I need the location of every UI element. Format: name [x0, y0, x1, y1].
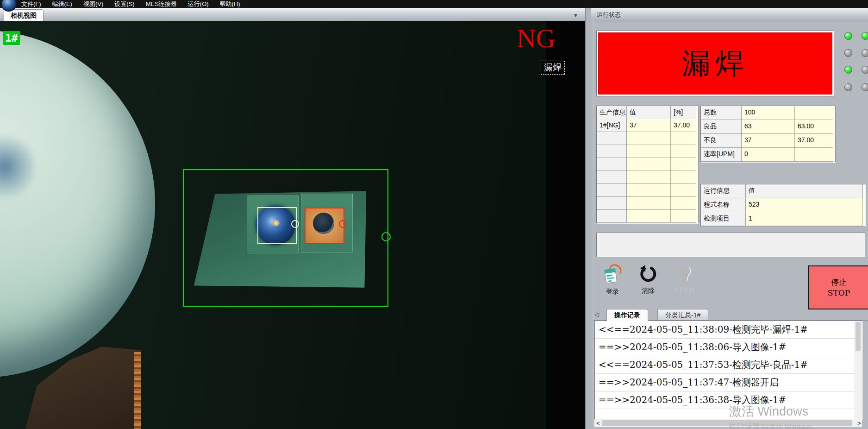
- table-row: [597, 171, 627, 184]
- log-entry[interactable]: <<==2024-05-05_11:38:09-检测完毕-漏焊-1#: [595, 321, 862, 339]
- stat-pct: [795, 148, 833, 162]
- camera-view-panel: 1# NG 漏焊: [0, 21, 585, 429]
- stat-label: 不良: [701, 134, 742, 148]
- scroll-left-icon[interactable]: <: [596, 419, 600, 427]
- station-badge: 1#: [3, 31, 20, 45]
- table-cell: [627, 132, 671, 145]
- log-tab-strip: 操作记录 分类汇总-1#: [593, 308, 868, 321]
- result-ng-text: NG: [517, 25, 556, 52]
- status-led-1-right: [862, 32, 868, 40]
- defect-tag-chip: 漏焊: [541, 61, 565, 75]
- menu-help[interactable]: 帮助(H): [214, 0, 246, 8]
- stats-table: 总数 100 良品 63 63.00 不良 37 37.00 速率[UPM] 0: [700, 106, 836, 162]
- stat-value: 0: [742, 148, 795, 162]
- table-row: [597, 184, 627, 197]
- stat-value: 37: [742, 134, 795, 148]
- stop-label-cn: 停止: [831, 277, 847, 288]
- log-vertical-scrollbar-thumb[interactable]: [856, 322, 861, 351]
- stop-button[interactable]: 停止 STOP: [808, 265, 868, 309]
- table-cell: [627, 210, 671, 223]
- menu-file[interactable]: 文件(F): [16, 0, 47, 8]
- table-cell: [627, 158, 671, 171]
- status-led-3-left: [844, 66, 852, 74]
- menu-edit[interactable]: 编辑(E): [47, 0, 78, 8]
- table-cell: [627, 197, 671, 210]
- tab-operation-log[interactable]: 操作记录: [606, 309, 648, 321]
- status-led-4-right: [862, 83, 868, 91]
- col-header: 值: [746, 184, 863, 198]
- status-led-2-right: [862, 49, 868, 57]
- table-cell: 37: [627, 119, 671, 132]
- table-cell: [671, 132, 696, 145]
- menu-bar: 文件(F) 编辑(E) 视图(V) 设置(S) MES连接器 运行(O) 帮助(…: [0, 0, 868, 8]
- roi-notch-red-icon: [339, 220, 347, 228]
- stat-pct: 63.00: [795, 120, 833, 134]
- table-row: [597, 210, 627, 223]
- log-entry[interactable]: <<==2024-05-05_11:37:53-检测完毕-良品-1#: [595, 356, 862, 374]
- stat-label: 良品: [701, 120, 742, 134]
- roi-rectangle-green: [183, 169, 388, 307]
- menu-settings[interactable]: 设置(S): [109, 0, 140, 8]
- stat-value: 63: [742, 120, 795, 134]
- log-entry[interactable]: ==>>2024-05-05_11:37:47-检测器开启: [595, 374, 862, 391]
- roi-notch-white-icon: [291, 220, 299, 228]
- table-cell: [671, 197, 696, 210]
- clear-label: 清除: [642, 287, 655, 295]
- panel-splitter[interactable]: [585, 8, 592, 429]
- production-info-table: 生产信息 值 [%] 1#[NG] 37 37.00: [596, 106, 699, 223]
- led-label: LED 灯: [675, 287, 695, 295]
- table-cell: [627, 171, 671, 184]
- scroll-right-icon[interactable]: >: [857, 419, 861, 427]
- roi-notch-green-icon: [381, 232, 391, 241]
- chevron-down-icon[interactable]: ▼: [573, 13, 578, 18]
- camera-lens-bokeh-disc: [0, 30, 155, 378]
- stat-value: 100: [742, 106, 795, 120]
- table-cell: [627, 145, 671, 158]
- col-header: 运行信息: [701, 184, 746, 198]
- log-entry[interactable]: ==>>2024-05-05_11:36:38-导入图像-1#: [595, 391, 862, 409]
- menu-view[interactable]: 视图(V): [78, 0, 109, 8]
- table-cell: 37.00: [671, 119, 696, 132]
- aoi-inspection-app: { "window": { "menu_items": ["文件(F)", "编…: [0, 0, 868, 429]
- tab-classification-summary[interactable]: 分类汇总-1#: [657, 309, 708, 321]
- table-cell: [671, 145, 696, 158]
- run-info-label: 程式名称: [701, 198, 746, 212]
- defect-result-text: 漏焊: [682, 44, 749, 83]
- stop-label-en: STOP: [828, 288, 850, 298]
- operation-log-list: <<==2024-05-05_11:38:09-检测完毕-漏焊-1# ==>>2…: [594, 321, 863, 420]
- message-box: [596, 233, 865, 257]
- menu-mes-connector[interactable]: MES连接器: [140, 0, 182, 8]
- status-led-1-left: [844, 32, 852, 40]
- clear-button[interactable]: 清除: [636, 265, 660, 295]
- table-cell: [627, 184, 671, 197]
- table-cell: [671, 184, 696, 197]
- stat-label: 总数: [701, 106, 742, 120]
- table-row: [597, 197, 627, 210]
- table-cell: [671, 210, 696, 223]
- windows-activation-watermark-line2: 转到"设置"以激活 Windows。: [729, 423, 820, 429]
- table-row: [597, 158, 627, 171]
- table-cell: [671, 171, 696, 184]
- defect-result-banner: 漏焊: [596, 31, 834, 96]
- led-light-button[interactable]: LED 灯: [671, 264, 699, 295]
- status-panel-header: [591, 8, 868, 21]
- login-button[interactable]: 登录: [600, 263, 624, 296]
- run-info-table: 运行信息 值 程式名称 523 检测项目 1: [700, 184, 865, 227]
- status-led-2-left: [844, 49, 852, 57]
- status-led-4-left: [844, 83, 852, 91]
- run-info-value: 523: [746, 198, 863, 212]
- table-row: 1#[NG]: [597, 119, 627, 132]
- log-entry[interactable]: ==>>2024-05-05_11:38:06-导入图像-1#: [595, 339, 862, 356]
- table-row: [597, 145, 627, 158]
- status-led-3-right: [862, 66, 868, 74]
- status-panel-title: 运行状态: [597, 11, 621, 19]
- run-info-value: 1: [746, 212, 863, 226]
- menu-run[interactable]: 运行(O): [182, 0, 214, 8]
- stat-pct: [795, 106, 833, 120]
- camera-copper-strip: [134, 352, 141, 429]
- run-info-label: 检测项目: [701, 212, 746, 226]
- stat-label: 速率[UPM]: [701, 148, 742, 162]
- lightbulb-icon: [677, 264, 693, 285]
- table-cell: [671, 158, 696, 171]
- camera-tab-strip: [0, 8, 585, 21]
